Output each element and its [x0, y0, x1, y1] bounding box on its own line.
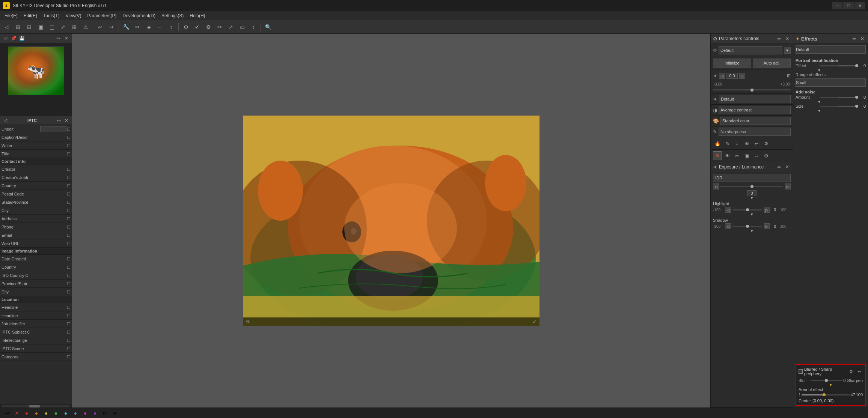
- iptc-row-state[interactable]: State/Province: [0, 198, 72, 206]
- iptc-row-writer[interactable]: Writer: [0, 141, 72, 150]
- shadow-inc[interactable]: ▷: [764, 223, 770, 229]
- iptc-row-weburl[interactable]: Web URL: [0, 239, 72, 248]
- iptc-row-headline2[interactable]: Headline: [0, 311, 72, 320]
- iptc-row-caption[interactable]: Caption/Descr: [0, 133, 72, 141]
- params-close[interactable]: ✕: [784, 35, 791, 42]
- close-button[interactable]: ✕: [854, 2, 865, 9]
- tool-back[interactable]: ◁: [2, 22, 12, 32]
- tool-develop[interactable]: 🔧: [121, 22, 131, 32]
- bottom-dot-red[interactable]: ●: [23, 409, 31, 417]
- tool-grid4[interactable]: ⊞: [69, 22, 80, 32]
- iptc-row-address[interactable]: Address: [0, 215, 72, 223]
- thumb-nav-left[interactable]: ◁: [2, 35, 9, 42]
- iptc-row-iptc-subject[interactable]: IPTC Subject C: [0, 328, 72, 336]
- blur-slider[interactable]: [811, 380, 842, 381]
- params-tab-circle[interactable]: ○: [732, 139, 741, 148]
- tool-settings2[interactable]: ⚙: [203, 22, 214, 32]
- bottom-cancel[interactable]: ✕: [13, 409, 21, 417]
- effect-track[interactable]: [820, 65, 857, 66]
- menu-tools[interactable]: Tools(T): [40, 12, 62, 19]
- tool-crop[interactable]: ✂: [132, 22, 143, 32]
- effects-expand[interactable]: ⇔: [851, 35, 857, 42]
- color-preset-dropdown[interactable]: Standard color: [720, 117, 791, 125]
- sharpness-preset-dropdown[interactable]: No sharpness: [719, 128, 791, 136]
- hdr-inc[interactable]: ▷: [785, 183, 791, 189]
- menu-settings[interactable]: Settings(S): [158, 12, 187, 19]
- exposure-expand[interactable]: ⇔: [776, 164, 782, 170]
- exposure-inc[interactable]: ▷: [739, 73, 745, 79]
- params-tab-settings[interactable]: ⚙: [762, 139, 771, 148]
- iptc-row-iptc-scene[interactable]: IPTC Scene: [0, 344, 72, 353]
- iptc-row-province[interactable]: Province/State: [0, 280, 72, 288]
- tool-search[interactable]: 🔍: [263, 22, 273, 32]
- iptc-row-category[interactable]: Category: [0, 353, 72, 361]
- tool-compare[interactable]: ◫: [47, 22, 57, 32]
- light-preset-dropdown[interactable]: Default: [719, 95, 791, 103]
- image-area[interactable]: % ↙: [72, 34, 710, 407]
- bottom-dot-orange[interactable]: ●: [32, 409, 41, 417]
- iptc-row-iso-country[interactable]: ISO Country C: [0, 271, 72, 280]
- iptc-row-postal[interactable]: Postal Code: [0, 190, 72, 198]
- iptc-row-creator[interactable]: Creator: [0, 165, 72, 173]
- auto-adj-button[interactable]: Auto adj.: [753, 59, 791, 68]
- tool-diamond[interactable]: ◈: [143, 22, 154, 32]
- iptc-row-city2[interactable]: City: [0, 288, 72, 296]
- bottom-dot-green[interactable]: ●: [52, 409, 60, 417]
- effects-close[interactable]: ✕: [859, 35, 866, 42]
- bottom-undo2[interactable]: ↩: [101, 409, 109, 417]
- bsb-icon1[interactable]: ⚙: [848, 368, 854, 375]
- tool-transform[interactable]: ↨: [248, 22, 259, 32]
- menu-help[interactable]: Help(H): [187, 12, 208, 19]
- exposure-close[interactable]: ✕: [784, 164, 791, 170]
- iptc-row-country[interactable]: Country: [0, 182, 72, 190]
- area-slider[interactable]: [802, 394, 850, 395]
- highlight-inc[interactable]: ▷: [764, 207, 770, 213]
- menu-file[interactable]: File(F): [2, 12, 21, 19]
- tool-export[interactable]: ↗: [226, 22, 236, 32]
- tool-undo[interactable]: ↩: [95, 22, 105, 32]
- tool-display[interactable]: ▭: [237, 22, 247, 32]
- params-tab-eye[interactable]: 👁: [723, 151, 732, 160]
- menu-parameters[interactable]: Parameters(P): [84, 12, 120, 19]
- params-tab-settings2[interactable]: ⚙: [762, 151, 771, 160]
- tool-settings[interactable]: ⚙: [181, 22, 191, 32]
- minimize-button[interactable]: ─: [832, 2, 842, 9]
- bottom-purple[interactable]: ●: [91, 409, 99, 417]
- params-preset-info[interactable]: ▼: [784, 47, 791, 54]
- bottom-redo[interactable]: ↪: [110, 409, 119, 417]
- bottom-dot-blue[interactable]: ●: [71, 409, 80, 417]
- tool-warn[interactable]: ⚠: [80, 22, 91, 32]
- iptc-close[interactable]: ✕: [63, 117, 70, 124]
- iptc-list[interactable]: Unedit Caption/Descr Writer Title Contac…: [0, 125, 72, 404]
- iptc-row-date-created[interactable]: Date Created: [0, 255, 72, 263]
- iptc-scrollbar-h[interactable]: [0, 404, 72, 407]
- menu-view[interactable]: View(V): [63, 12, 84, 19]
- iptc-row-phone[interactable]: Phone: [0, 223, 72, 231]
- params-tab-fire[interactable]: 🔥: [713, 139, 722, 148]
- contrast-preset-dropdown[interactable]: Average contrast: [719, 106, 791, 114]
- params-preset-dropdown[interactable]: Default: [719, 46, 782, 54]
- thumbnail-preview[interactable]: [8, 47, 64, 95]
- noise-size-track[interactable]: [820, 106, 857, 107]
- tool-grid2[interactable]: ⊞: [13, 22, 23, 32]
- menu-edit[interactable]: Edit(E): [21, 12, 41, 19]
- bottom-dot-teal[interactable]: ●: [62, 409, 70, 417]
- range-dropdown[interactable]: Small: [796, 78, 866, 87]
- tool-fullscreen[interactable]: ⤢: [58, 22, 68, 32]
- tool-single[interactable]: ▣: [35, 22, 46, 32]
- exposure-slider[interactable]: [713, 89, 791, 90]
- iptc-row-title[interactable]: Title: [0, 150, 72, 158]
- hdr-track[interactable]: [720, 186, 783, 187]
- unedit-select[interactable]: [40, 126, 66, 132]
- iptc-nav[interactable]: ◁: [2, 117, 9, 124]
- bottom-dot-yellow[interactable]: ●: [42, 409, 50, 417]
- iptc-row-headline[interactable]: Headline: [0, 303, 72, 311]
- params-tab-undo[interactable]: ↩: [752, 139, 761, 148]
- params-tab-scissors[interactable]: ✂: [732, 151, 741, 160]
- params-expand[interactable]: ⇔: [776, 35, 782, 42]
- tool-redo[interactable]: ↪: [106, 22, 117, 32]
- tool-check[interactable]: ✔: [192, 22, 202, 32]
- maximize-button[interactable]: □: [843, 2, 854, 9]
- iptc-expand[interactable]: ⇔: [55, 117, 63, 124]
- blur-sharp-checkbox[interactable]: [799, 369, 803, 374]
